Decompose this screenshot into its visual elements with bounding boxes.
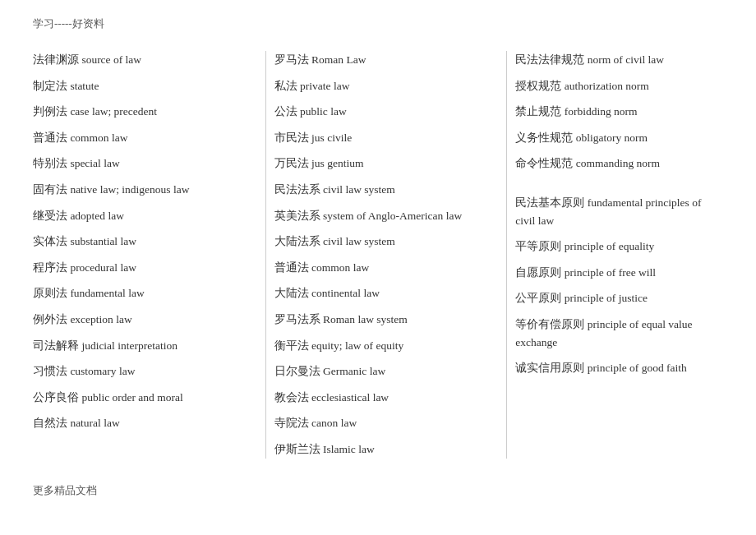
term-col1-5: 固有法 native law; indigenous law [33,181,241,199]
column-2: 罗马法 Roman Law私法 private law公法 public law… [274,51,499,459]
term-col2-10: 罗马法系 Roman law system [274,311,482,329]
term-col2-8: 普通法 common law [274,259,482,277]
column-1: 法律渊源 source of law制定法 statute判例法 case la… [33,51,257,459]
term-col3-11: 诚实信用原则 principle of good faith [515,359,723,377]
footer-text: 更多精品文档 [33,484,97,496]
term-col3-10: 等价有偿原则 principle of equal value exchange [515,316,723,351]
main-content: 法律渊源 source of law制定法 statute判例法 case la… [33,51,723,459]
term-col1-2: 判例法 case law; precedent [33,103,241,121]
term-col3-7: 平等原则 principle of equality [515,238,723,256]
term-col2-14: 寺院法 canon law [274,414,482,432]
page-header: 学习-----好资料 [33,16,723,31]
divider-2 [506,51,507,459]
term-col1-4: 特别法 special law [33,155,241,173]
term-col2-0: 罗马法 Roman Law [274,51,482,69]
term-col1-3: 普通法 common law [33,129,241,147]
term-col2-5: 民法法系 civil law system [274,181,482,199]
term-col3-6: 民法基本原则 fundamental principles of civil l… [515,194,723,229]
term-col1-1: 制定法 statute [33,77,241,95]
term-col1-0: 法律渊源 source of law [33,51,241,69]
term-col1-10: 例外法 exception law [33,311,241,329]
term-col3-2: 禁止规范 forbidding norm [515,103,723,121]
divider-1 [265,51,266,459]
page-footer: 更多精品文档 [33,483,723,498]
term-col2-4: 万民法 jus gentium [274,155,482,173]
term-col1-14: 自然法 natural law [33,414,241,432]
header-title: 学习-----好资料 [33,17,104,30]
term-col2-9: 大陆法 continental law [274,284,482,302]
term-col1-7: 实体法 substantial law [33,233,241,251]
term-col1-8: 程序法 procedural law [33,259,241,277]
term-col1-6: 继受法 adopted law [33,207,241,225]
term-col1-12: 习惯法 customary law [33,362,241,380]
term-col1-9: 原则法 fundamental law [33,284,241,302]
term-col2-1: 私法 private law [274,77,482,95]
term-col2-11: 衡平法 equity; law of equity [274,337,482,355]
term-col1-11: 司法解释 judicial interpretation [33,337,241,355]
term-col3-0: 民法法律规范 norm of civil law [515,51,723,69]
term-col2-6: 英美法系 system of Anglo-American law [274,207,482,225]
term-col2-15: 伊斯兰法 Islamic law [274,440,482,459]
term-col2-2: 公法 public law [274,103,482,121]
term-col3-8: 自愿原则 principle of free will [515,264,723,282]
column-3: 民法法律规范 norm of civil law授权规范 authorizati… [515,51,723,459]
term-col1-13: 公序良俗 public order and moral [33,389,241,407]
term-col2-3: 市民法 jus civile [274,129,482,147]
term-col2-12: 日尔曼法 Germanic law [274,362,482,380]
term-col3-3: 义务性规范 obligatory norm [515,129,723,147]
term-col2-7: 大陆法系 civil law system [274,233,482,251]
term-col3-4: 命令性规范 commanding norm [515,155,723,173]
term-col3-9: 公平原则 principle of justice [515,289,723,307]
term-col3-1: 授权规范 authorization norm [515,77,723,95]
term-col2-13: 教会法 ecclesiastical law [274,389,482,407]
